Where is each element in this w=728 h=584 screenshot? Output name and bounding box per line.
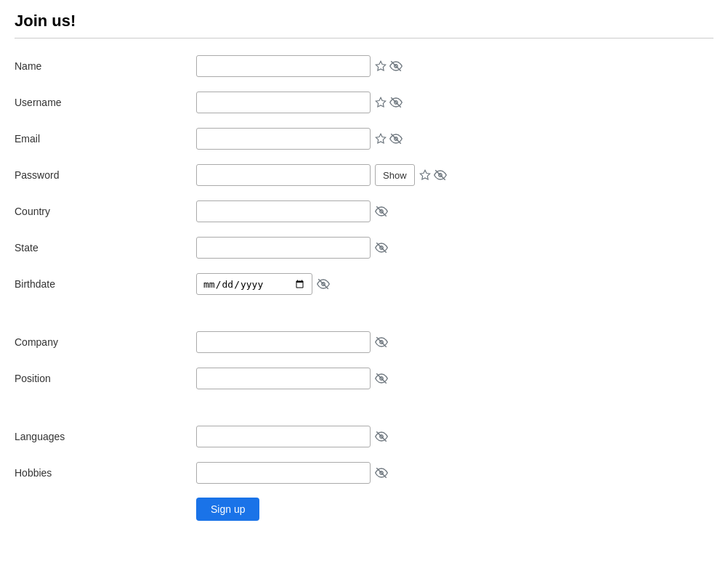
email-row: Email [15, 126, 713, 152]
section-divider-2 [15, 402, 713, 423]
state-label: State [15, 242, 196, 254]
password-eye-icon[interactable] [434, 169, 447, 182]
email-input[interactable] [196, 128, 371, 150]
company-input[interactable] [196, 331, 371, 353]
languages-row: Languages [15, 423, 713, 450]
hobbies-input-group [196, 462, 388, 484]
birthdate-input[interactable] [196, 273, 312, 295]
username-eye-icon[interactable] [389, 96, 403, 109]
company-row: Company [15, 329, 713, 355]
position-label: Position [15, 373, 196, 384]
position-eye-icon[interactable] [375, 372, 388, 385]
country-input[interactable] [196, 200, 371, 222]
submit-row: Sign up [15, 496, 713, 522]
state-input[interactable] [196, 237, 371, 259]
languages-input[interactable] [196, 426, 371, 447]
username-input-group [196, 92, 403, 113]
state-eye-icon[interactable] [375, 241, 388, 254]
position-input-group [196, 368, 388, 389]
password-input[interactable] [196, 164, 371, 186]
email-input-group [196, 128, 403, 150]
name-eye-icon[interactable] [389, 60, 403, 73]
hobbies-label: Hobbies [15, 467, 196, 479]
name-label: Name [15, 60, 196, 72]
position-input[interactable] [196, 368, 371, 389]
country-input-group [196, 200, 388, 222]
hobbies-eye-icon[interactable] [375, 466, 388, 479]
section-divider-1 [15, 307, 713, 329]
country-eye-icon[interactable] [375, 205, 388, 218]
username-row: Username [15, 89, 713, 115]
company-eye-icon[interactable] [375, 336, 388, 349]
state-row: State [15, 235, 713, 261]
company-label: Company [15, 336, 196, 348]
username-star-icon[interactable] [375, 97, 387, 108]
password-label: Password [15, 169, 196, 181]
email-label: Email [15, 133, 196, 145]
birthdate-eye-icon[interactable] [317, 277, 330, 291]
hobbies-input[interactable] [196, 462, 371, 484]
password-show-button[interactable]: Show [375, 164, 415, 186]
email-eye-icon[interactable] [389, 132, 403, 145]
svg-marker-0 [376, 61, 385, 70]
country-label: Country [15, 206, 196, 217]
email-star-icon[interactable] [375, 133, 387, 145]
svg-marker-6 [376, 134, 385, 143]
languages-label: Languages [15, 431, 196, 442]
country-row: Country [15, 198, 713, 224]
company-input-group [196, 331, 388, 353]
birthdate-label: Birthdate [15, 278, 196, 290]
name-star-icon[interactable] [375, 60, 387, 72]
svg-marker-3 [376, 97, 385, 107]
svg-marker-9 [420, 170, 429, 179]
languages-input-group [196, 426, 388, 447]
page-title: Join us! [15, 12, 713, 31]
password-row: Password Show [15, 162, 713, 188]
birthdate-input-group [196, 273, 330, 295]
username-input[interactable] [196, 92, 371, 113]
birthdate-row: Birthdate [15, 271, 713, 297]
name-input-group [196, 55, 403, 77]
password-input-group: Show [196, 164, 447, 186]
name-input[interactable] [196, 55, 371, 77]
password-star-icon[interactable] [419, 169, 431, 181]
name-row: Name [15, 53, 713, 79]
signup-button[interactable]: Sign up [196, 498, 259, 521]
username-label: Username [15, 97, 196, 108]
title-divider [15, 38, 713, 38]
hobbies-row: Hobbies [15, 460, 713, 486]
state-input-group [196, 237, 388, 259]
languages-eye-icon[interactable] [375, 430, 388, 443]
position-row: Position [15, 365, 713, 392]
